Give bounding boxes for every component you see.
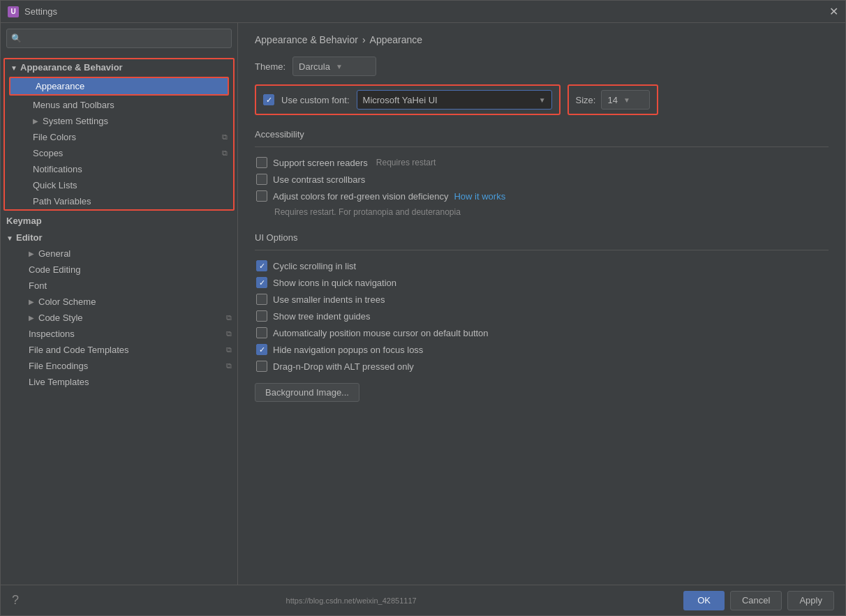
search-icon: 🔍 — [11, 33, 22, 43]
screen-readers-checkbox[interactable] — [256, 157, 267, 168]
cancel-button[interactable]: Cancel — [730, 591, 782, 610]
option-screen-readers: Support screen readers Requires restart — [255, 157, 829, 168]
search-box[interactable]: 🔍 — [6, 29, 232, 48]
option-color-deficiency: Adjust colors for red-green vision defic… — [255, 190, 829, 202]
sidebar-item-appearance[interactable]: Appearance — [10, 78, 228, 94]
apply-button[interactable]: Apply — [787, 591, 834, 610]
size-dropdown[interactable]: 14 ▼ — [601, 90, 650, 110]
breadcrumb-parent: Appearance & Behavior — [255, 34, 358, 45]
breadcrumb-current: Appearance — [370, 34, 423, 45]
theme-dropdown[interactable]: Darcula ▼ — [292, 57, 376, 76]
sidebar-section-label: Editor — [16, 232, 43, 243]
sidebar-item-color-scheme[interactable]: ▶ Color Scheme — [1, 294, 237, 310]
drag-alt-checkbox[interactable] — [256, 361, 267, 372]
sidebar-item-editor[interactable]: ▼ Editor — [1, 230, 237, 246]
ui-options-section: UI Options ✓ Cyclic scrolling in list ✓ … — [255, 230, 829, 402]
sidebar-item-label: File Encodings — [29, 361, 88, 371]
dropdown-arrow-icon: ▼ — [539, 96, 546, 104]
breadcrumb-separator: › — [362, 34, 366, 45]
font-dropdown[interactable]: Microsoft YaHei UI ▼ — [357, 90, 552, 110]
hide-nav-popups-checkbox[interactable]: ✓ — [256, 344, 267, 355]
breadcrumb: Appearance & Behavior › Appearance — [255, 34, 829, 45]
sidebar-item-keymap[interactable]: Keymap — [1, 212, 237, 230]
custom-font-area: ✓ Use custom font: Microsoft YaHei UI ▼ … — [255, 84, 829, 115]
option-label: Adjust colors for red-green vision defic… — [273, 191, 448, 202]
sidebar-item-live-templates[interactable]: Live Templates — [1, 374, 237, 390]
sidebar-item-file-colors[interactable]: File Colors ⧉ — [5, 129, 233, 145]
sidebar-item-label: Font — [29, 280, 47, 291]
sidebar-item-path-variables[interactable]: Path Variables — [5, 193, 233, 209]
option-label: Drag-n-Drop with ALT pressed only — [273, 361, 414, 372]
sidebar-item-code-style[interactable]: ▶ Code Style ⧉ — [1, 310, 237, 326]
sidebar-item-label: Quick Lists — [33, 180, 77, 190]
tree-indent-guides-checkbox[interactable] — [256, 310, 267, 322]
option-label: Cyclic scrolling in list — [273, 261, 356, 271]
how-it-works-link[interactable]: How it works — [454, 191, 505, 202]
search-input[interactable] — [24, 33, 227, 43]
divider — [255, 147, 829, 147]
copy-icon: ⧉ — [222, 133, 228, 142]
theme-label: Theme: — [255, 61, 285, 72]
sidebar-item-font[interactable]: Font — [1, 278, 237, 294]
option-auto-mouse: Automatically position mouse cursor on d… — [255, 327, 829, 338]
app-icon: U — [8, 6, 19, 17]
help-icon[interactable]: ? — [12, 593, 19, 608]
option-drag-alt: Drag-n-Drop with ALT pressed only — [255, 361, 829, 372]
sidebar-item-general[interactable]: ▶ General — [1, 246, 237, 262]
appearance-item-border: Appearance — [9, 77, 229, 96]
option-contrast-scrollbars: Use contrast scrollbars — [255, 174, 829, 185]
auto-mouse-checkbox[interactable] — [256, 327, 267, 338]
sidebar-item-notifications[interactable]: Notifications — [5, 161, 233, 177]
sidebar-item-menus-toolbars[interactable]: Menus and Toolbars — [5, 97, 233, 113]
option-show-icons: ✓ Show icons in quick navigation — [255, 277, 829, 288]
size-label: Size: — [576, 95, 596, 105]
color-deficiency-checkbox[interactable] — [256, 190, 267, 202]
option-label: Support screen readers — [273, 158, 368, 168]
sidebar-item-system-settings[interactable]: ▶ System Settings — [5, 113, 233, 129]
sidebar-item-file-code-templates[interactable]: File and Code Templates ⧉ — [1, 342, 237, 358]
arrow-right-icon: ▶ — [29, 314, 34, 322]
option-cyclic-scrolling: ✓ Cyclic scrolling in list — [255, 260, 829, 271]
sidebar-item-quick-lists[interactable]: Quick Lists — [5, 177, 233, 193]
smaller-indents-checkbox[interactable] — [256, 294, 267, 305]
sidebar-item-label: Code Style — [38, 313, 83, 323]
sidebar-item-code-editing[interactable]: Code Editing — [1, 262, 237, 278]
dropdown-arrow-icon: ▼ — [623, 96, 630, 104]
sidebar-item-label: Notifications — [33, 164, 82, 174]
content-area: 🔍 ▼ Appearance & Behavior Appearance — [1, 23, 845, 585]
option-label: Show tree indent guides — [273, 311, 370, 322]
contrast-scrollbars-checkbox[interactable] — [256, 174, 267, 185]
dropdown-arrow-icon: ▼ — [336, 63, 343, 70]
close-button[interactable]: ✕ — [829, 6, 838, 17]
option-label: Hide navigation popups on focus loss — [273, 345, 423, 355]
sidebar-item-label: Color Scheme — [38, 296, 96, 307]
copy-icon: ⧉ — [226, 313, 232, 322]
cyclic-scrolling-checkbox[interactable]: ✓ — [256, 260, 267, 271]
sidebar-item-label: Keymap — [6, 216, 42, 226]
check-icon: ✓ — [266, 96, 272, 105]
show-icons-checkbox[interactable]: ✓ — [256, 277, 267, 288]
sidebar-item-inspections[interactable]: Inspections ⧉ — [1, 326, 237, 342]
option-hide-nav-popups: ✓ Hide navigation popups on focus loss — [255, 344, 829, 355]
main-panel: Appearance & Behavior › Appearance Theme… — [238, 23, 845, 585]
sidebar-item-file-encodings[interactable]: File Encodings ⧉ — [1, 358, 237, 374]
size-bordered: Size: 14 ▼ — [567, 84, 659, 115]
sidebar-item-scopes[interactable]: Scopes ⧉ — [5, 145, 233, 161]
ok-button[interactable]: OK — [683, 591, 725, 610]
option-tree-indent-guides: Show tree indent guides — [255, 310, 829, 322]
check-icon: ✓ — [259, 345, 265, 354]
sidebar-item-appearance-behavior[interactable]: ▼ Appearance & Behavior — [5, 59, 233, 75]
accessibility-title: Accessibility — [255, 129, 829, 140]
title-bar: U Settings ✕ — [1, 1, 845, 23]
sidebar-item-label: Scopes — [33, 148, 63, 158]
triangle-down-icon: ▼ — [10, 64, 17, 71]
background-image-button[interactable]: Background Image... — [255, 383, 359, 402]
custom-font-checkbox[interactable]: ✓ — [263, 94, 274, 105]
sidebar-item-label: File Colors — [33, 132, 76, 142]
sidebar-item-label: Appearance — [36, 81, 84, 91]
size-value: 14 — [607, 95, 617, 105]
option-note: Requires restart — [376, 158, 436, 167]
font-value: Microsoft YaHei UI — [363, 95, 438, 105]
custom-font-label: Use custom font: — [281, 95, 350, 105]
option-smaller-indents: Use smaller indents in trees — [255, 294, 829, 305]
